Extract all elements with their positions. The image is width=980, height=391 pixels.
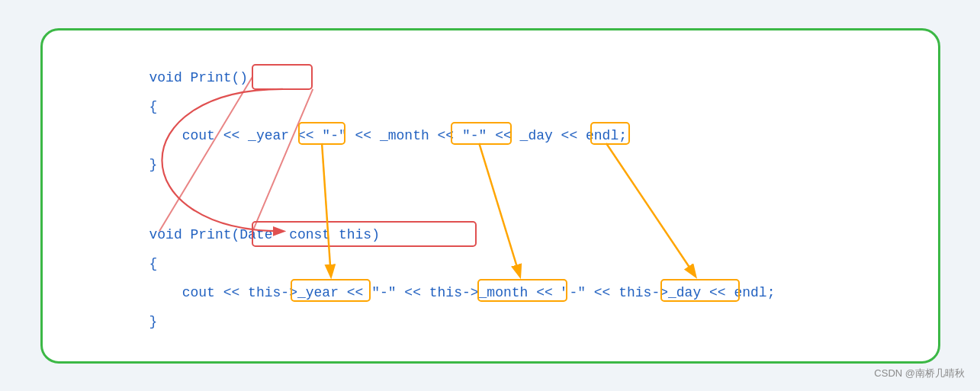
- code-line-10: }: [149, 314, 158, 329]
- highlight-this-day-bottom: [660, 279, 740, 302]
- svg-line-3: [159, 76, 252, 231]
- highlight-month-top: [451, 122, 512, 145]
- diagram-container: void Print() { cout << _year << "-" << _…: [40, 28, 940, 364]
- svg-line-0: [322, 143, 331, 275]
- highlight-day-top: [590, 122, 630, 145]
- code-line-2: {: [149, 99, 158, 114]
- code-line-1: void Print(): [149, 70, 249, 85]
- highlight-print-bottom: [252, 221, 477, 247]
- code-line-4: }: [149, 157, 158, 172]
- highlight-print-top: [252, 64, 313, 90]
- svg-line-1: [479, 143, 519, 275]
- highlight-year-top: [298, 122, 345, 145]
- highlight-this-year-bottom: [291, 279, 371, 302]
- highlight-this-month-bottom: [477, 279, 567, 302]
- code-line-3: cout << _year << "-" << _month << "-" <<…: [149, 128, 628, 143]
- svg-line-4: [252, 88, 313, 230]
- watermark-text: CSDN @南桥几晴秋: [874, 367, 965, 380]
- code-line-8: {: [149, 256, 158, 271]
- svg-line-2: [606, 143, 694, 275]
